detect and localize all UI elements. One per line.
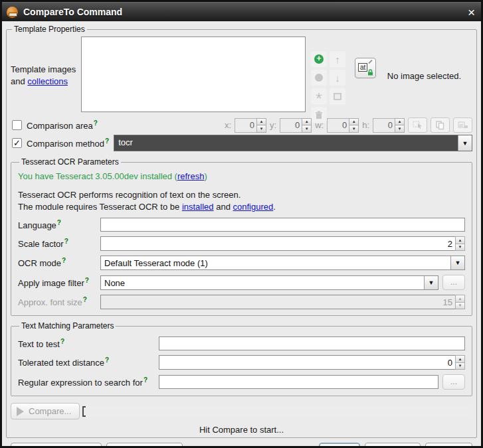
regex-input[interactable] [159, 375, 438, 389]
help-icon: ? [144, 376, 147, 384]
spin-down-icon[interactable]: ▼ [455, 363, 465, 370]
regex-more-button[interactable]: ... [442, 374, 465, 390]
pencil-icon [368, 60, 372, 64]
add-image-button[interactable]: + [311, 51, 327, 67]
comparison-method-checkbox[interactable]: ✓ [12, 138, 22, 148]
help-icon: ? [83, 296, 87, 303]
spin-down-icon[interactable]: ▼ [395, 125, 405, 133]
cancel-button[interactable]: Cancel [365, 443, 421, 446]
duplicate-icon [334, 93, 341, 100]
image-filter-label: Apply image filter? [18, 277, 100, 288]
comparison-area-label: Comparison area? [27, 119, 98, 131]
comparison-area-row: Comparison area? x: 0 ▲▼ y: 0 ▲▼ w: 0 [11, 116, 472, 134]
help-icon: ? [105, 137, 109, 145]
template-image-list[interactable] [81, 37, 306, 112]
collections-link[interactable]: collections [27, 76, 68, 86]
spin-down-icon[interactable]: ▼ [455, 244, 465, 252]
tesseract-group: Tesseract OCR Parameters You have Tesser… [11, 157, 472, 316]
record-image-button[interactable] [311, 70, 327, 86]
template-images-label: Template images and collections [11, 35, 81, 116]
spin-down-icon[interactable]: ▼ [302, 125, 312, 133]
progress-cursor [82, 406, 86, 417]
comparison-area-checkbox[interactable] [12, 120, 22, 130]
y-label: y: [270, 120, 276, 130]
down-arrow-icon: ↓ [335, 72, 340, 84]
at-lock-disabled-icon: at [458, 121, 468, 129]
comparison-method-value[interactable]: tocr [114, 135, 458, 151]
titlebar: CompareTo Command × [2, 2, 481, 21]
scale-factor-spinner[interactable]: 2 ▲▼ [100, 236, 465, 251]
language-input[interactable] [100, 218, 465, 232]
chevron-down-icon[interactable]: ▼ [424, 276, 438, 289]
scale-factor-row: Scale factor? 2 ▲▼ [18, 236, 465, 251]
spin-up-icon[interactable]: ▲ [455, 355, 465, 363]
chevron-down-icon[interactable]: ▼ [458, 135, 472, 151]
text-to-test-input[interactable] [159, 336, 465, 350]
help-icon: ? [57, 219, 61, 226]
image-filter-more-button[interactable]: ... [442, 275, 465, 290]
help-button[interactable]: Help [425, 443, 472, 446]
compare-button[interactable]: Compare... [11, 403, 80, 419]
copy-area-button[interactable] [431, 117, 450, 133]
move-up-button[interactable]: ↑ [330, 51, 345, 67]
progress-bar [82, 406, 472, 417]
move-down-button[interactable]: ↓ [330, 70, 345, 86]
ok-button[interactable]: OK [319, 443, 360, 446]
spin-up-icon[interactable]: ▲ [256, 118, 266, 126]
spin-down-icon[interactable]: ▼ [455, 303, 465, 310]
asterisk-icon: * [316, 90, 322, 102]
gear-icon [114, 446, 125, 447]
chevron-down-icon[interactable]: ▼ [450, 256, 464, 269]
preferences-button[interactable]: Preferences [106, 443, 183, 446]
help-icon: ? [85, 277, 89, 284]
svg-text:at: at [459, 123, 463, 127]
area-text-recognition-button[interactable]: at [453, 117, 472, 133]
installed-link[interactable]: installed [182, 202, 214, 212]
text-to-test-label: Text to test? [18, 338, 159, 349]
template-properties-group: Template Properties Template images and … [6, 25, 477, 438]
language-label: Language? [18, 219, 100, 230]
text-matching-group-title: Text Matching Parameters [19, 321, 116, 331]
regex-row: Regular expression to search for? ... [18, 374, 465, 390]
font-size-spinner[interactable]: 15 ▲▼ [100, 295, 465, 309]
tesseract-group-title: Tesseract OCR Parameters [19, 157, 121, 167]
copy-icon [436, 121, 444, 130]
duplicate-button[interactable] [330, 88, 345, 104]
spin-down-icon[interactable]: ▼ [349, 125, 359, 133]
comparison-method-combo[interactable]: tocr ▼ [114, 135, 472, 151]
tesseract-status: You have Tesseract 3.05.00dev installed … [18, 171, 465, 181]
tesseract-description-1: Tesseract OCR performs recognition of te… [18, 189, 465, 201]
spin-up-icon[interactable]: ▲ [395, 118, 405, 126]
refresh-link[interactable]: refresh [177, 171, 204, 181]
spin-up-icon[interactable]: ▲ [455, 295, 465, 303]
spin-up-icon[interactable]: ▲ [455, 236, 465, 244]
text-to-test-row: Text to test? [18, 336, 465, 350]
ocr-mode-row: OCR mode? Default Tesseract mode (1) ▼ [18, 256, 465, 270]
help-icon: ? [105, 356, 109, 364]
new-template-button[interactable]: * [311, 88, 327, 104]
h-spinner[interactable]: 0 ▲▼ [373, 118, 405, 133]
y-spinner[interactable]: 0 ▲▼ [280, 118, 312, 133]
play-icon [17, 407, 24, 416]
ocr-mode-combo[interactable]: Default Tesseract mode (1) ▼ [100, 256, 465, 270]
window-title: CompareTo Command [23, 7, 122, 17]
help-icon: ? [64, 238, 68, 245]
image-filter-row: Apply image filter? None ▼ ... [18, 275, 465, 290]
distance-label: Tolerated text distance? [18, 356, 159, 368]
x-spinner[interactable]: 0 ▲▼ [235, 118, 266, 133]
spin-up-icon[interactable]: ▲ [349, 118, 359, 126]
select-area-button[interactable] [408, 117, 427, 133]
area-coordinates: x: 0 ▲▼ y: 0 ▲▼ w: 0 ▲▼ h: [225, 117, 472, 133]
w-label: w: [315, 120, 324, 130]
w-spinner[interactable]: 0 ▲▼ [327, 118, 359, 133]
compare-row: Compare... [11, 403, 472, 419]
spin-down-icon[interactable]: ▼ [256, 125, 266, 133]
load-rd-image-button[interactable]: Load RD Image [11, 443, 102, 446]
regex-label: Regular expression to search for? [18, 376, 159, 388]
image-filter-combo[interactable]: None ▼ [100, 275, 438, 290]
text-recognition-button[interactable]: at [355, 58, 376, 78]
close-icon[interactable]: × [468, 6, 475, 19]
spin-up-icon[interactable]: ▲ [302, 118, 312, 126]
distance-spinner[interactable]: 0 ▲▼ [159, 355, 465, 370]
configured-link[interactable]: configured [233, 202, 274, 212]
